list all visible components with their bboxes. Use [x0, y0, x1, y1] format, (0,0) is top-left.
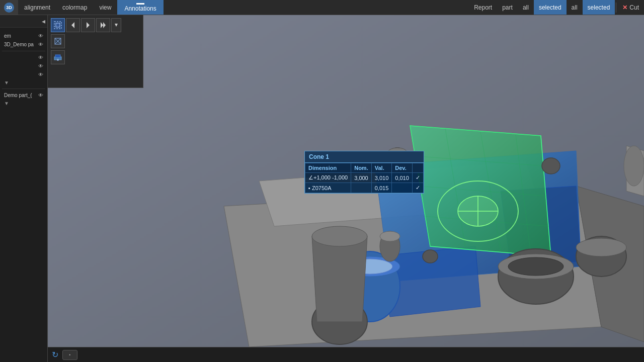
transform-icon-btn[interactable]	[51, 50, 65, 64]
left-sidebar: ◂ em 👁 3D_Demo pa 👁 👁 👁 👁 ▼	[0, 15, 48, 362]
eye-icon-1[interactable]: 👁	[38, 33, 43, 39]
sidebar-collapse-2[interactable]: ▼	[2, 100, 45, 107]
toolbar-tab-view[interactable]: view	[93, 0, 117, 15]
toolbar-btn-all2[interactable]: all	[567, 0, 583, 15]
icon-row-3	[51, 50, 140, 64]
toolbar-sep	[616, 3, 616, 13]
select-box-svg	[53, 21, 62, 30]
svg-rect-11	[55, 55, 60, 57]
select-box-icon-btn[interactable]	[51, 18, 65, 32]
eye-icon-2[interactable]: 👁	[38, 42, 43, 47]
arrow-double-right-icon-btn[interactable]	[96, 18, 110, 32]
transform-svg	[53, 53, 62, 62]
sidebar-item-1[interactable]: em 👁	[2, 32, 45, 40]
annotation-header-val: Val.	[371, 163, 392, 173]
annotation-header-dimension: Dimension	[305, 163, 351, 173]
svg-marker-6	[115, 24, 118, 27]
toolbar-btn-part[interactable]: part	[497, 0, 518, 15]
arrow-left-icon-btn[interactable]	[66, 18, 80, 32]
svg-rect-1	[56, 23, 60, 27]
annotation-cell-nom-1: 3,000	[351, 173, 372, 183]
svg-marker-4	[101, 22, 103, 28]
eye-icon-5[interactable]: 👁	[38, 72, 43, 77]
icon-toolbar	[48, 15, 143, 88]
eye-icon-4[interactable]: 👁	[38, 63, 43, 69]
svg-point-36	[423, 250, 438, 263]
svg-point-31	[508, 257, 564, 276]
arrow-double-right-svg	[99, 21, 108, 30]
annotation-star-icon-btn[interactable]	[51, 34, 65, 48]
annotation-header-check	[412, 163, 423, 173]
toolbar-btn-cut[interactable]: ✕ Cut	[617, 0, 644, 15]
annotation-cell-check-1: ✓	[412, 173, 423, 183]
svg-marker-3	[87, 22, 90, 28]
sidebar-content: em 👁 3D_Demo pa 👁 👁 👁 👁 ▼ Demo pa	[0, 28, 47, 111]
svg-point-39	[380, 231, 400, 241]
top-toolbar: 3D alignment colormap view Annotations R…	[0, 0, 644, 15]
annotation-cell-val-1: 3,010	[371, 173, 392, 183]
sidebar-item-4[interactable]: 👁	[2, 62, 45, 70]
bottom-thumbnail[interactable]: ▪	[62, 350, 77, 360]
eye-icon-3[interactable]: 👁	[38, 55, 43, 60]
annotation-cell-dim-2: ▪ Z0750A	[305, 183, 351, 193]
toolbar-btn-all[interactable]: all	[518, 0, 534, 15]
cut-x-icon: ✕	[622, 4, 627, 11]
annotation-row-2: ▪ Z0750A 0,015 ✓	[305, 183, 424, 193]
refresh-icon[interactable]: ↻	[52, 350, 58, 359]
annotation-cell-dim-1: ∠+1,000 -1,000	[305, 173, 351, 183]
sidebar-item-5[interactable]: 👁	[2, 70, 45, 79]
annotation-star-svg	[53, 37, 62, 46]
sidebar-divider-1	[2, 51, 45, 51]
toolbar-btn-report[interactable]: Report	[469, 0, 497, 15]
toolbar-btn-selected[interactable]: selected	[534, 0, 567, 15]
toolbar-tab-annotations[interactable]: Annotations	[117, 0, 163, 15]
toolbar-tab-colormap[interactable]: colormap	[56, 0, 93, 15]
svg-marker-2	[71, 22, 74, 28]
annotation-row-1: ∠+1,000 -1,000 3,000 3,010 0,010 ✓	[305, 173, 424, 183]
annotation-cell-nom-2	[351, 183, 372, 193]
annotation-header-nom: Nom.	[351, 163, 372, 173]
annotation-cell-dev-2	[392, 183, 413, 193]
green-cone-overlay	[410, 126, 551, 256]
toolbar-tab-alignment[interactable]: alignment	[18, 0, 56, 15]
arrow-right-icon-btn[interactable]	[81, 18, 95, 32]
eye-icon-6[interactable]: 👁	[38, 93, 43, 98]
icon-row-2	[51, 34, 140, 48]
annotation-header-dev: Dev.	[392, 163, 413, 173]
sidebar-item-3[interactable]: 👁	[2, 53, 45, 62]
cut-label: Cut	[629, 4, 639, 11]
sidebar-collapse-1[interactable]: ▼	[2, 79, 45, 86]
toolbar-logo[interactable]: 3D	[0, 0, 18, 15]
svg-point-37	[542, 158, 560, 174]
sidebar-item-2[interactable]: 3D_Demo pa 👁	[2, 40, 45, 49]
svg-point-33	[576, 238, 626, 256]
dropdown-icon-btn[interactable]	[111, 18, 121, 32]
sidebar-divider-2	[2, 88, 45, 89]
arrow-left-svg	[68, 21, 77, 30]
svg-point-12	[57, 59, 59, 61]
annotations-icon	[136, 3, 144, 5]
annotation-table: Dimension Nom. Val. Dev. ∠+1,000 -1,000 …	[305, 163, 424, 193]
sidebar-collapse-btn[interactable]: ◂	[42, 17, 45, 25]
sidebar-item-6[interactable]: Demo part_( 👁	[2, 91, 45, 100]
dropdown-svg	[112, 21, 121, 30]
toolbar-btn-selected2[interactable]: selected	[583, 0, 615, 15]
annotation-cell-check-2: ✓	[412, 183, 423, 193]
left-pipe	[312, 226, 367, 344]
annotation-popup: Cone 1 Dimension Nom. Val. Dev. ∠+1,000 …	[304, 151, 424, 194]
annotation-cell-val-2: 0,015	[371, 183, 392, 193]
svg-point-42	[312, 226, 367, 246]
annotation-title: Cone 1	[305, 151, 424, 163]
svg-point-40	[624, 146, 644, 186]
arrow-right-svg	[84, 21, 93, 30]
svg-marker-5	[103, 22, 106, 28]
annotation-cell-dev-1: 0,010	[392, 173, 413, 183]
bottom-bar: ↻ ▪	[48, 347, 644, 362]
icon-row-1	[51, 18, 140, 32]
